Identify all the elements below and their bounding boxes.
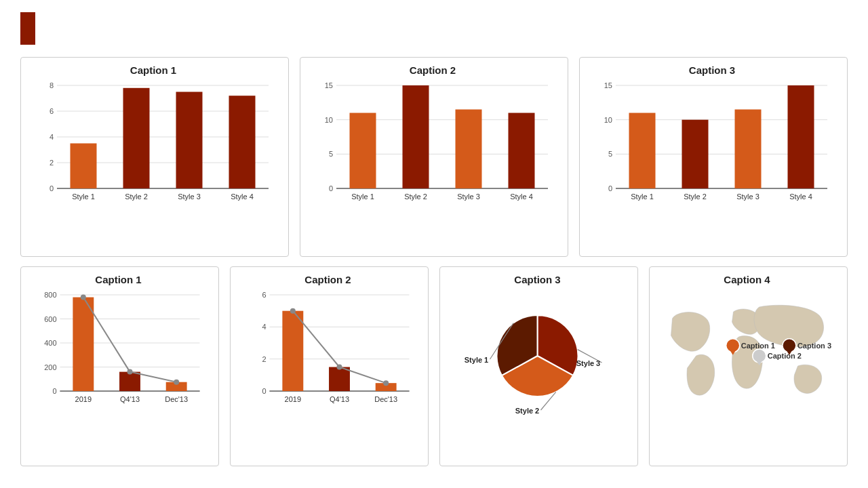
svg-text:Dec'13: Dec'13 [374,395,397,403]
svg-text:Caption 2: Caption 2 [768,352,802,360]
svg-rect-28 [350,113,376,188]
svg-text:5: 5 [608,150,612,158]
svg-text:Style 3: Style 3 [457,192,480,201]
chart-card-top-3: Caption 3051015Style 1Style 2Style 3Styl… [579,57,848,257]
bar-chart-svg-top-1: 02468Style 1Style 2Style 3Style 4 [26,79,280,214]
page: Caption 102468Style 1Style 2Style 3Style… [0,0,868,488]
svg-text:Style 4: Style 4 [231,192,254,201]
svg-text:Style 2: Style 2 [125,192,148,201]
svg-text:0: 0 [50,184,54,192]
svg-text:Style 4: Style 4 [789,192,812,201]
svg-text:8: 8 [50,81,54,89]
svg-text:Dec'13: Dec'13 [165,395,188,403]
svg-point-72 [81,295,86,300]
svg-rect-30 [403,85,429,188]
chart-card-top-2: Caption 2051015Style 1Style 2Style 3Styl… [300,57,568,257]
svg-rect-51 [788,85,814,188]
chart-card-bot-1: Caption 102004006008002019Q4'13Dec'13 [20,266,219,466]
line-bar-svg-bot-2: 02462019Q4'13Dec'13 [236,288,420,417]
svg-rect-17 [229,96,256,188]
map-svg-bot-4: Caption 1Caption 2Caption 3 [655,288,839,417]
svg-text:Style 1: Style 1 [631,192,654,201]
svg-text:10: 10 [604,116,612,124]
chart-title-bot-1: Caption 1 [95,274,141,285]
svg-text:Style 4: Style 4 [510,192,533,201]
svg-text:Style 3: Style 3 [576,359,600,367]
chart-title-bot-2: Caption 2 [304,274,351,285]
svg-text:0: 0 [608,184,612,192]
chart-title-bot-3: Caption 3 [514,274,560,285]
svg-text:Style 2: Style 2 [684,192,707,201]
svg-text:200: 200 [44,363,56,371]
svg-point-92 [290,308,296,314]
bar-chart-svg-top-2: 051015Style 1Style 2Style 3Style 4 [306,79,559,214]
svg-text:800: 800 [44,291,56,299]
svg-point-93 [337,365,342,370]
svg-text:0: 0 [329,184,333,192]
svg-text:2: 2 [50,159,54,167]
svg-rect-11 [71,144,97,189]
svg-text:15: 15 [604,81,612,89]
svg-rect-47 [682,120,709,188]
chart-title-top-1: Caption 1 [130,64,176,76]
chart-card-top-1: Caption 102468Style 1Style 2Style 3Style… [20,57,289,257]
svg-rect-45 [629,113,656,188]
chart-title-bot-4: Caption 4 [724,274,770,285]
chart-title-top-3: Caption 3 [689,64,735,76]
chart-card-bot-2: Caption 202462019Q4'13Dec'13 [230,266,429,466]
svg-point-74 [174,380,179,385]
svg-text:2019: 2019 [285,395,301,403]
svg-rect-13 [123,88,150,188]
svg-text:10: 10 [325,116,333,124]
svg-rect-86 [329,367,350,392]
svg-point-73 [127,369,133,375]
svg-text:600: 600 [44,315,56,323]
pie-chart-svg-bot-3: Style 1Style 2Style 3 [446,288,629,424]
svg-rect-15 [176,92,203,189]
svg-rect-49 [735,109,762,188]
svg-rect-84 [282,311,303,391]
line-bar-svg-bot-1: 02004006008002019Q4'13Dec'13 [26,288,210,417]
svg-rect-34 [509,113,535,188]
svg-text:Style 1: Style 1 [465,356,488,364]
svg-text:400: 400 [44,339,56,347]
svg-text:4: 4 [262,323,266,331]
header [20,12,848,45]
svg-text:6: 6 [50,107,54,115]
chart-title-top-2: Caption 2 [410,64,456,76]
header-accent-bar [20,12,35,45]
bar-chart-svg-top-3: 051015Style 1Style 2Style 3Style 4 [585,79,839,214]
svg-rect-66 [119,372,140,391]
svg-text:Style 3: Style 3 [736,192,760,201]
svg-text:2019: 2019 [75,395,92,403]
svg-rect-64 [73,298,94,391]
svg-text:15: 15 [325,81,333,89]
svg-text:2: 2 [262,355,266,363]
svg-text:0: 0 [262,387,266,395]
svg-text:Style 1: Style 1 [351,192,374,201]
svg-point-94 [383,380,389,386]
svg-text:Q4'13: Q4'13 [330,395,349,403]
svg-text:Caption 3: Caption 3 [797,342,831,350]
svg-text:Caption 1: Caption 1 [741,342,775,350]
svg-text:6: 6 [262,291,266,299]
svg-text:Q4'13: Q4'13 [120,395,140,403]
chart-card-bot-4: Caption 4Caption 1Caption 2Caption 3 [649,266,848,466]
bottom-charts-row: Caption 102004006008002019Q4'13Dec'13Cap… [20,266,848,466]
svg-rect-32 [456,109,482,188]
svg-text:Style 2: Style 2 [515,407,539,415]
svg-text:5: 5 [329,150,333,158]
svg-text:Style 1: Style 1 [72,192,95,201]
chart-card-bot-3: Caption 3Style 1Style 2Style 3 [439,266,638,466]
svg-text:Style 2: Style 2 [404,192,427,201]
svg-text:0: 0 [52,387,56,395]
svg-text:Style 3: Style 3 [178,192,201,201]
top-charts-row: Caption 102468Style 1Style 2Style 3Style… [20,57,848,257]
svg-text:4: 4 [50,133,54,141]
